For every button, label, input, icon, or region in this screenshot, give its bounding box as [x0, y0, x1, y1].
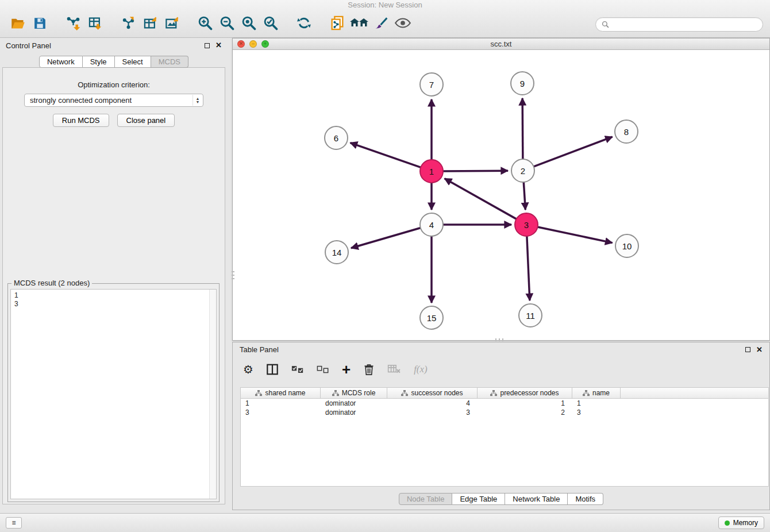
graph-edge-3-1[interactable]	[445, 179, 518, 220]
graph-edge-4-14[interactable]	[351, 227, 423, 248]
left-resize-grip[interactable]	[232, 269, 234, 282]
column-header-shared-name[interactable]: shared name	[241, 388, 321, 398]
graph-node-10[interactable]: 10	[615, 234, 639, 258]
table-tab-edge-table[interactable]: Edge Table	[452, 493, 505, 505]
result-scrollbar[interactable]	[209, 290, 216, 499]
close-panel-button[interactable]: Close panel	[117, 114, 175, 127]
control-panel-body: Optimization criterion: strongly connect…	[2, 67, 225, 504]
houses-icon	[349, 16, 369, 30]
export-image-button[interactable]	[161, 12, 183, 34]
graph-edge-1-2[interactable]	[441, 171, 508, 171]
search-box[interactable]	[595, 17, 763, 32]
column-header-filler	[621, 388, 768, 398]
show-hide-button[interactable]	[392, 12, 414, 34]
graph-node-7[interactable]: 7	[419, 72, 444, 97]
table-cell[interactable]: dominator	[321, 399, 387, 408]
control-tab-network[interactable]: Network	[39, 56, 83, 68]
close-table-panel-icon[interactable]: ✕	[756, 347, 763, 353]
table-panel-tabs: Node TableEdge TableNetwork TableMotifs	[233, 493, 769, 505]
float-panel-icon[interactable]	[205, 43, 210, 48]
delete-table-button[interactable]	[387, 361, 401, 378]
graph-node-11[interactable]: 11	[518, 303, 542, 327]
select-all-button[interactable]	[291, 361, 304, 378]
refresh-button[interactable]	[293, 12, 315, 34]
deselect-all-button[interactable]	[317, 361, 329, 378]
table-cell[interactable]: 1	[241, 399, 321, 408]
table-tab-motifs[interactable]: Motifs	[568, 493, 603, 505]
column-header-name[interactable]: name	[572, 388, 621, 398]
zoom-fit-button[interactable]	[238, 12, 260, 34]
export-table-button[interactable]	[139, 12, 161, 34]
control-tab-select[interactable]: Select	[115, 56, 151, 68]
zoom-out-button[interactable]	[216, 12, 238, 34]
save-session-button[interactable]	[29, 12, 51, 34]
graph-edge-3-11[interactable]	[527, 234, 530, 300]
add-column-button[interactable]: +	[342, 361, 351, 378]
table-settings-button[interactable]: ⚙	[243, 361, 253, 378]
graph-node-3[interactable]: 3	[514, 213, 538, 237]
delete-column-button[interactable]	[363, 361, 375, 378]
graph-edge-1-6[interactable]	[351, 143, 423, 168]
column-type-icon	[401, 390, 408, 396]
bottom-resize-grip[interactable]	[494, 338, 506, 341]
control-tab-mcds[interactable]: MCDS	[151, 56, 188, 68]
float-table-panel-icon[interactable]	[745, 347, 750, 352]
table-cell[interactable]: 3	[241, 408, 321, 417]
column-header-label: successor nodes	[411, 389, 463, 397]
annotation-button[interactable]	[370, 12, 392, 34]
ndex-button[interactable]	[348, 12, 370, 34]
table-cell[interactable]: 1	[572, 399, 621, 408]
run-mcds-button[interactable]: Run MCDS	[53, 114, 109, 127]
table-cell[interactable]: 2	[478, 408, 572, 417]
close-panel-icon[interactable]: ✕	[215, 43, 222, 48]
graph-node-9[interactable]: 9	[510, 71, 534, 95]
control-panel-tabs: NetworkStyleSelectMCDS	[0, 56, 228, 68]
graph-node-8[interactable]: 8	[614, 119, 638, 144]
control-tab-style[interactable]: Style	[83, 56, 115, 68]
dropdown-selected-value: strongly connected component	[30, 96, 132, 105]
graph-node-1[interactable]: 1	[419, 159, 444, 183]
graph-edge-2-8[interactable]	[532, 137, 613, 167]
node-table: shared nameMCDS rolesuccessor nodesprede…	[240, 387, 769, 487]
column-header-successor-nodes[interactable]: successor nodes	[387, 388, 478, 398]
import-network-button[interactable]	[62, 12, 84, 34]
network-window-titlebar: scc.txt ✕ − +	[233, 38, 769, 50]
search-input[interactable]	[613, 20, 757, 29]
mcds-result-box[interactable]: 1 3	[10, 289, 217, 499]
open-session-button[interactable]	[7, 12, 29, 34]
graph-node-6[interactable]: 6	[324, 126, 348, 150]
show-columns-button[interactable]	[266, 361, 279, 378]
duplicate-network-button[interactable]	[326, 12, 348, 34]
memory-button[interactable]: Memory	[718, 516, 764, 529]
table-tab-node-table[interactable]: Node Table	[399, 493, 453, 505]
graph-edge-3-10[interactable]	[536, 226, 613, 242]
column-header-label: name	[592, 389, 610, 397]
fx-icon: f(x)	[414, 364, 428, 375]
zoom-selected-button[interactable]	[260, 12, 282, 34]
zoom-in-button[interactable]	[194, 12, 216, 34]
table-row[interactable]: 1dominator411	[241, 399, 768, 408]
table-tab-network-table[interactable]: Network Table	[505, 493, 568, 505]
import-table-button[interactable]	[84, 12, 106, 34]
export-network-button[interactable]	[117, 12, 139, 34]
network-canvas[interactable]: 7968124314101511	[233, 50, 769, 340]
graph-node-4[interactable]: 4	[419, 213, 444, 237]
graph-edge-2-3[interactable]	[523, 180, 525, 210]
graph-edge-2-9[interactable]	[522, 98, 523, 161]
save-floppy-icon	[33, 16, 47, 30]
deselect-all-icon	[317, 365, 329, 374]
table-cell[interactable]: 3	[572, 408, 621, 417]
table-cell[interactable]: dominator	[321, 408, 387, 417]
column-header-predecessor-nodes[interactable]: predecessor nodes	[478, 388, 572, 398]
graph-node-15[interactable]: 15	[419, 306, 444, 330]
table-row[interactable]: 3dominator323	[241, 408, 768, 417]
table-cell[interactable]: 1	[478, 399, 572, 408]
task-history-button[interactable]: ≡	[6, 517, 22, 529]
function-builder-button[interactable]: f(x)	[414, 361, 428, 378]
table-cell[interactable]: 4	[387, 399, 478, 408]
optimization-criterion-dropdown[interactable]: strongly connected component ▲▼	[24, 94, 203, 107]
graph-node-2[interactable]: 2	[511, 159, 535, 183]
table-cell[interactable]: 3	[387, 408, 478, 417]
graph-node-14[interactable]: 14	[325, 240, 349, 264]
column-header-mcds-role[interactable]: MCDS role	[321, 388, 387, 398]
